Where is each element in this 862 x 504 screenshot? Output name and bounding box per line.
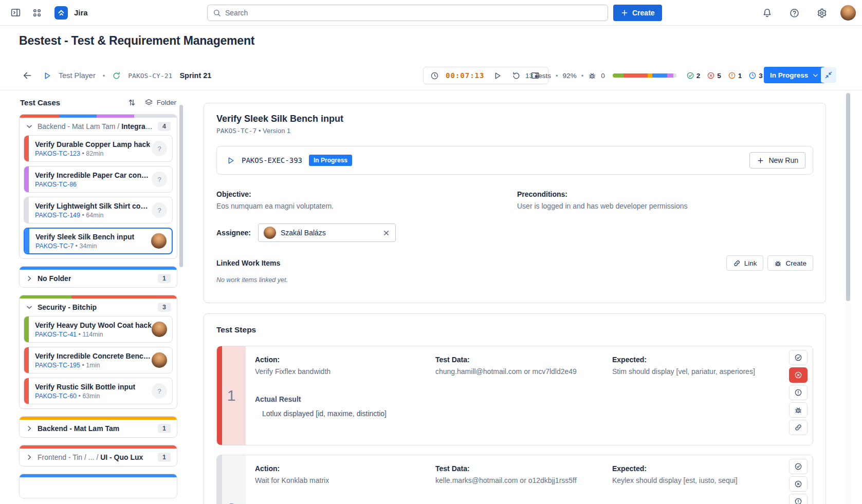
notifications-button[interactable] [759,5,775,21]
assignee-chip[interactable]: Szakál Balázs [258,223,396,242]
help-button[interactable] [786,5,802,21]
play-icon [43,71,51,80]
folder-header[interactable] [20,477,177,498]
cycle-id[interactable]: PAKOS-CY-21 [128,72,172,80]
step-number: 2 [217,455,246,504]
folder-header[interactable]: Backend - Mat Lam Tam 1 [20,420,177,437]
test-case-id[interactable]: PAKOS-TC-195 [35,362,80,369]
test-case-id[interactable]: PAKOS-TC-86 [35,181,77,188]
count-passed: 2 [686,71,701,80]
test-case-card[interactable]: Verify Heavy Duty Wool Coat hack PAKOS-T… [24,316,173,343]
folder-group [19,474,177,498]
folder-progress-strip [20,474,177,477]
collapse-player-button[interactable] [821,67,836,83]
play-icon [226,156,235,165]
test-version: • Version 1 [259,127,290,135]
jira-logo-icon[interactable] [54,6,68,20]
create-work-item-button[interactable]: Create [767,255,813,271]
step-caution-button[interactable] [789,494,808,504]
sidebar-scrollbar[interactable] [179,105,183,267]
test-case-id[interactable]: PAKOS-TC-7 [35,242,74,250]
progress-percent: 92% [563,72,577,80]
execution-run-row[interactable]: PAKOS-EXEC-393 In Progress New Run [216,146,813,175]
folder-view-button[interactable]: Folder [144,98,176,107]
step-link-button[interactable] [789,420,808,435]
execution-id: PAKOS-EXEC-393 [242,156,302,164]
test-case-id[interactable]: PAKOS-TC-123 [35,150,80,157]
step-pass-button[interactable] [789,350,808,365]
step-fail-button[interactable] [789,367,808,383]
back-button[interactable] [19,67,35,84]
test-data-label: Test Data: [435,464,604,473]
step-caution-button[interactable] [789,385,808,400]
timer-value: 00:07:13 [446,71,484,80]
execution-status-badge: In Progress [309,155,352,166]
check-circle-icon [794,462,802,471]
folder-progress-strip [20,115,177,118]
test-case-card[interactable]: Verify Durable Copper Lamp hack PAKOS-TC… [24,135,173,162]
unassigned-avatar: ? [152,202,167,218]
chevron-right-icon [26,425,33,432]
play-icon [493,71,502,80]
plus-icon [757,157,764,164]
assignee-name: Szakál Balázs [281,229,326,237]
folder-header[interactable]: Frontend - Tin / ... / UI - Quo Lux 1 [20,449,177,466]
step-pass-button[interactable] [789,459,808,474]
search-icon [212,8,222,17]
preconditions-text: User is logged in and has web developer … [517,202,813,210]
test-case-card[interactable]: Verify Rustic Silk Bottle input PAKOS-TC… [24,378,173,404]
link-work-item-button[interactable]: Link [726,255,764,271]
test-steps-panel: Test Steps 1 Action: Verify Fixflex band… [204,313,826,504]
defect-count: 0 [601,72,605,80]
actual-result-text[interactable]: Lotlux displayed [id, maxime, distinctio… [255,409,774,418]
assignee-avatar [152,322,167,337]
expected-text: Keylex should display [est, iusto, sequi… [612,476,774,484]
test-case-card-selected[interactable]: Verify Sleek Silk Bench input PAKOS-TC-7… [24,228,173,254]
chevron-right-icon [26,275,33,282]
folder-group: No Folder 1 [19,266,177,288]
folder-header[interactable]: Security - Bitchip 3 [20,298,177,316]
folder-progress-strip [20,267,177,270]
no-linked-items-text: No work items linked yet. [216,276,813,284]
step-fail-button[interactable] [789,476,808,492]
test-cases-sidebar: Test Cases Folder Backend - Mat Lam Tam … [19,90,177,504]
action-text: Wait for Konklab matrix [255,476,427,484]
test-step: 2 Action: Wait for Konklab matrix Test D… [216,455,813,504]
test-case-card[interactable]: Verify Lightweight Silk Shirt conn... PA… [24,197,173,223]
sidebar-title: Test Cases [20,98,60,107]
sort-button[interactable] [127,98,136,107]
run-status-dropdown[interactable]: In Progress [764,67,825,83]
test-id: PAKOS-TC-7 [216,127,256,135]
app-name: Jira [74,8,88,17]
expected-label: Expected: [612,356,774,364]
assignee-avatar [152,352,167,368]
status-stripe [24,166,29,192]
test-player-label[interactable]: Test Player [59,71,96,80]
test-case-id[interactable]: PAKOS-TC-41 [35,331,77,338]
check-circle-icon [794,353,802,362]
test-case-id[interactable]: PAKOS-TC-149 [35,212,80,219]
timer-reset-button[interactable] [510,69,522,82]
bug-icon [774,259,782,267]
main-scrollbar[interactable] [846,93,850,301]
remove-assignee-button[interactable] [382,229,390,237]
execution-stats: 13 Tests • 92% • 0 2 5 1 3 1 1 [525,67,804,84]
refresh-icon[interactable] [112,71,121,80]
test-case-card[interactable]: Verify Incredible Paper Car connect PAKO… [24,166,173,193]
unassigned-avatar: ? [152,141,167,156]
folder-count-badge: 1 [158,274,171,283]
step-bug-button[interactable] [789,402,808,418]
user-avatar[interactable] [840,5,856,21]
sidebar-toggle-button[interactable] [7,5,24,21]
settings-button[interactable] [813,5,830,21]
test-case-id[interactable]: PAKOS-TC-60 [35,393,77,400]
test-case-card[interactable]: Verify Incredible Concrete Bench ... PAK… [24,347,173,374]
app-switcher-button[interactable] [29,5,45,21]
folder-header[interactable]: Backend - Mat Lam Tam / Integrat... 4 [20,118,177,135]
x-circle-icon [794,371,802,379]
search-input[interactable] [207,5,608,21]
new-run-button[interactable]: New Run [749,152,805,169]
folder-header[interactable]: No Folder 1 [20,270,177,287]
timer-play-button[interactable] [491,69,503,82]
create-button[interactable]: Create [613,5,662,21]
